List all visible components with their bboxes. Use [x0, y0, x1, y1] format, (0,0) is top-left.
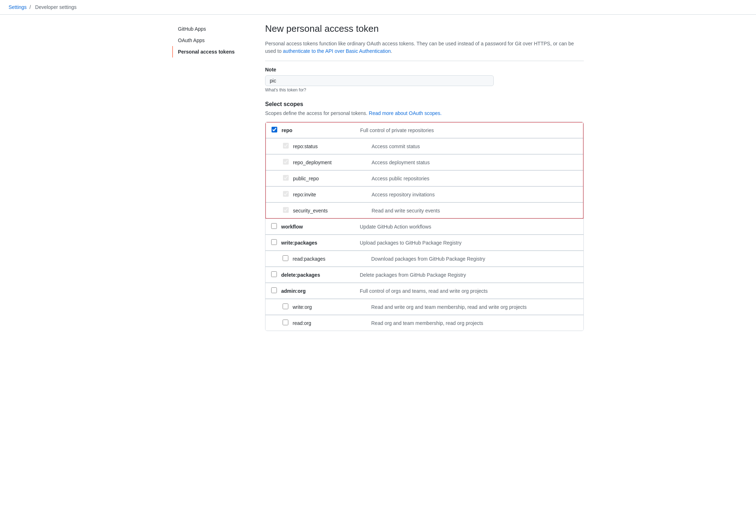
sidebar: GitHub Apps OAuth Apps Personal access t…: [172, 23, 251, 331]
sidebar-item-github-apps[interactable]: GitHub Apps: [172, 23, 251, 35]
checkbox-admin-org[interactable]: [271, 287, 277, 293]
scope-desc-write-packages: Upload packages to GitHub Package Regist…: [360, 240, 578, 246]
scopes-section: Select scopes Scopes define the access f…: [265, 101, 584, 331]
scope-name-read-packages: read:packages: [293, 256, 371, 262]
scope-name-read-org: read:org: [293, 320, 371, 326]
checkbox-security-events[interactable]: [283, 207, 289, 213]
scope-desc-admin-org: Full control of orgs and teams, read and…: [360, 288, 578, 294]
scopes-title: Select scopes: [265, 101, 584, 107]
scope-desc-read-packages: Download packages from GitHub Package Re…: [371, 256, 578, 262]
oauth-scopes-link[interactable]: Read more about OAuth scopes.: [369, 110, 442, 116]
scope-row-public-repo: public_repo Access public repositories: [266, 170, 583, 186]
scope-name-repo-deployment: repo_deployment: [293, 160, 372, 165]
scope-name-repo-invite: repo:invite: [293, 192, 372, 197]
scope-row-admin-org: admin:org Full control of orgs and teams…: [265, 283, 583, 299]
api-auth-link[interactable]: authenticate to the API over Basic Authe…: [283, 48, 391, 54]
scope-row-read-org: read:org Read org and team membership, r…: [265, 315, 583, 331]
scope-row-write-org: write:org Read and write org and team me…: [265, 299, 583, 315]
scope-row-repo-status: repo:status Access commit status: [266, 138, 583, 154]
checkbox-repo-status[interactable]: [283, 143, 289, 149]
scope-desc-security-events: Read and write security events: [372, 208, 577, 214]
scope-name-workflow: workflow: [281, 224, 360, 230]
scope-name-public-repo: public_repo: [293, 176, 372, 181]
scope-desc-repo-deployment: Access deployment status: [372, 160, 577, 165]
scope-row-delete-packages: delete:packages Delete packages from Git…: [265, 267, 583, 283]
scope-desc-read-org: Read org and team membership, read org p…: [371, 320, 578, 326]
scope-name-admin-org: admin:org: [281, 288, 360, 294]
scope-row-repo: repo Full control of private repositorie…: [266, 122, 583, 138]
note-label: Note: [265, 67, 584, 72]
scope-desc-workflow: Update GitHub Action workflows: [360, 224, 578, 230]
checkbox-public-repo[interactable]: [283, 175, 289, 181]
checkbox-workflow[interactable]: [271, 223, 277, 229]
page-layout: GitHub Apps OAuth Apps Personal access t…: [164, 23, 592, 331]
checkbox-repo-deployment[interactable]: [283, 159, 289, 165]
scope-desc-public-repo: Access public repositories: [372, 176, 577, 181]
scope-desc-repo: Full control of private repositories: [360, 127, 577, 133]
scope-desc-write-org: Read and write org and team membership, …: [371, 304, 578, 310]
scope-desc-repo-invite: Access repository invitations: [372, 192, 577, 197]
scope-name-repo-status: repo:status: [293, 144, 372, 149]
note-input[interactable]: [265, 75, 494, 86]
breadcrumb: Settings / Developer settings: [0, 0, 756, 15]
scope-name-security-events: security_events: [293, 208, 372, 214]
scope-row-workflow: workflow Update GitHub Action workflows: [265, 219, 583, 235]
scope-desc-delete-packages: Delete packages from GitHub Package Regi…: [360, 272, 578, 278]
scope-row-read-packages: read:packages Download packages from Git…: [265, 251, 583, 267]
scope-name-delete-packages: delete:packages: [281, 272, 360, 278]
checkbox-write-org[interactable]: [283, 303, 288, 309]
checkbox-repo[interactable]: [272, 127, 277, 132]
scope-name-write-org: write:org: [293, 304, 371, 310]
scopes-container: repo Full control of private repositorie…: [265, 122, 584, 331]
scope-row-write-packages: write:packages Upload packages to GitHub…: [265, 235, 583, 251]
settings-link[interactable]: Settings: [9, 4, 27, 10]
main-content: New personal access token Personal acces…: [265, 23, 584, 331]
scope-row-security-events: security_events Read and write security …: [266, 202, 583, 218]
scope-desc-repo-status: Access commit status: [372, 144, 577, 149]
breadcrumb-separator: /: [29, 4, 31, 10]
checkbox-read-org[interactable]: [283, 320, 288, 325]
sidebar-item-personal-access-tokens[interactable]: Personal access tokens: [172, 46, 251, 57]
page-description: Personal access tokens function like ord…: [265, 40, 584, 61]
sidebar-item-oauth-apps[interactable]: OAuth Apps: [172, 35, 251, 46]
scope-name-write-packages: write:packages: [281, 240, 360, 246]
developer-settings-label: Developer settings: [35, 4, 76, 10]
scope-row-repo-invite: repo:invite Access repository invitation…: [266, 186, 583, 202]
checkbox-read-packages[interactable]: [283, 255, 288, 261]
scope-row-repo-deployment: repo_deployment Access deployment status: [266, 154, 583, 170]
checkbox-repo-invite[interactable]: [283, 191, 289, 197]
note-hint: What's this token for?: [265, 87, 584, 92]
checkbox-write-packages[interactable]: [271, 239, 277, 245]
scope-name-repo: repo: [282, 127, 360, 133]
page-title: New personal access token: [265, 23, 584, 34]
scopes-description: Scopes define the access for personal to…: [265, 110, 584, 116]
checkbox-delete-packages[interactable]: [271, 271, 277, 277]
note-field-group: Note What's this token for?: [265, 67, 584, 92]
